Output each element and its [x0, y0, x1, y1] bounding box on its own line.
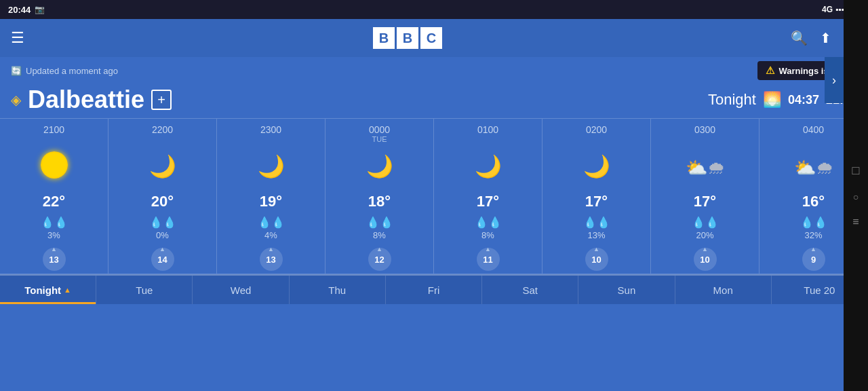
hamburger-menu[interactable]: ☰ [11, 29, 24, 47]
warning-triangle-icon: ⚠ [766, 64, 774, 77]
temp-0100: 17° [434, 190, 542, 213]
time-2100: 2100 [0, 119, 108, 146]
time-0100: 0100 [434, 119, 542, 146]
phone-frame: 20:44 📷 4G ▪▪▪▪ 🔋 ☰ B B C 🔍 ⬆ ⋮ 🔄 Update… [0, 0, 868, 391]
tab-thu[interactable]: Thu [290, 276, 386, 304]
rain-drops-icon: 💧💧 [0, 216, 108, 229]
weather-icon-2100 [0, 146, 108, 190]
time-0300: 0300 [651, 119, 760, 146]
temp-2100: 22° [0, 190, 108, 213]
rain-2100: 💧💧 3% [0, 213, 108, 245]
temp-2300: 19° [217, 190, 326, 213]
wind-0300: ▲ 10 [651, 245, 760, 274]
signal-label: 4G [822, 5, 833, 14]
refresh-icon: 🔄 [11, 66, 22, 76]
status-bar: 20:44 📷 4G ▪▪▪▪ 🔋 [0, 0, 868, 19]
weather-icon-2200: 🌙 [108, 146, 217, 190]
weather-icon-0300: ⛅🌧 [651, 146, 760, 190]
add-city-button[interactable]: + [151, 90, 172, 110]
day-tabs: Tonight ▲ Tue Wed Thu Fri Sat Sun Mon Tu… [0, 274, 868, 304]
bbc-logo: B B C [373, 27, 442, 49]
bbc-c: C [420, 27, 442, 49]
location-pin-icon: ◈ [11, 92, 21, 108]
weather-timeline: 2100 2200 2300 0000 TUE 0100 0200 0300 0… [0, 118, 868, 274]
bbc-b1: B [373, 27, 395, 49]
wind-arrow-icon: ▲ [51, 246, 57, 253]
time-row: 2100 2200 2300 0000 TUE 0100 0200 0300 0… [0, 118, 868, 146]
temp-0300: 17° [651, 190, 760, 213]
temp-2200: 20° [108, 190, 217, 213]
tab-sun[interactable]: Sun [578, 276, 675, 304]
tue-label: TUE [326, 135, 433, 143]
search-icon[interactable]: 🔍 [791, 30, 808, 46]
weather-icon-0100: 🌙 [434, 146, 542, 190]
city-name: Dalbeattie [28, 86, 144, 114]
android-square-icon[interactable]: □ [852, 164, 860, 178]
rain-row: 💧💧 3% 💧💧 0% 💧💧 4% 💧💧 8% 💧💧 8% 💧💧 [0, 213, 868, 245]
tab-mon[interactable]: Mon [675, 276, 772, 304]
android-circle-icon[interactable]: ○ [853, 191, 859, 202]
share-icon[interactable]: ⬆ [820, 30, 831, 46]
notification-icon: 📷 [35, 5, 45, 14]
android-nav-bar: □ ○ ≡ [844, 0, 868, 391]
tab-arrow-icon: ▲ [64, 286, 71, 294]
tab-tonight[interactable]: Tonight ▲ [0, 276, 96, 304]
time-2200: 2200 [108, 119, 217, 146]
wind-0100: ▲ 11 [434, 245, 542, 274]
tab-sat[interactable]: Sat [482, 276, 578, 304]
icon-row: 🌙 🌙 🌙 🌙 🌙 ⛅🌧 ⛅🌧 [0, 146, 868, 190]
time-0200: 0200 [542, 119, 651, 146]
temperature-row: 22° 20° 19° 18° 17° 17° 17° 16° [0, 190, 868, 213]
rain-0100: 💧💧 8% [434, 213, 542, 245]
tab-wed[interactable]: Wed [193, 276, 289, 304]
location-bar: 🔄 Updated a moment ago ⚠ Warnings issued [0, 57, 868, 83]
city-row: ◈ Dalbeattie + Tonight 🌅 04:37 21:53 [0, 83, 868, 118]
rain-2200: 💧💧 0% [108, 213, 217, 245]
wind-0000: ▲ 12 [326, 245, 434, 274]
sunrise-icon: 🌅 [763, 91, 781, 109]
android-lines-icon[interactable]: ≡ [852, 216, 859, 228]
sunrise-time: 04:37 [788, 93, 819, 107]
wind-0200: ▲ 10 [542, 245, 651, 274]
temp-0200: 17° [542, 190, 651, 213]
temp-0000: 18° [326, 190, 434, 213]
rain-2300: 💧💧 4% [217, 213, 326, 245]
wind-row: ▲ 13 ▲ 14 ▲ 13 ▲ 12 [0, 245, 868, 274]
wind-2200: ▲ 14 [108, 245, 217, 274]
next-panel-button[interactable]: › [825, 57, 844, 103]
rain-0000: 💧💧 8% [326, 213, 434, 245]
rain-0200: 💧💧 13% [542, 213, 651, 245]
wind-2100: ▲ 13 [0, 245, 108, 274]
time-0000: 0000 TUE [326, 119, 434, 146]
top-nav: ☰ B B C 🔍 ⬆ ⋮ [0, 19, 868, 57]
rain-0300: 💧💧 20% [651, 213, 760, 245]
bbc-b2: B [397, 27, 418, 49]
update-text: Updated a moment ago [26, 66, 118, 76]
tab-fri[interactable]: Fri [386, 276, 482, 304]
weather-icon-2300: 🌙 [217, 146, 326, 190]
weather-icon-0200: 🌙 [542, 146, 651, 190]
weather-icon-0000: 🌙 [326, 146, 434, 190]
wind-2300: ▲ 13 [217, 245, 326, 274]
tonight-label: Tonight [708, 91, 756, 109]
tab-tue[interactable]: Tue [96, 276, 193, 304]
time-display: 20:44 [8, 5, 31, 15]
time-2300: 2300 [217, 119, 326, 146]
